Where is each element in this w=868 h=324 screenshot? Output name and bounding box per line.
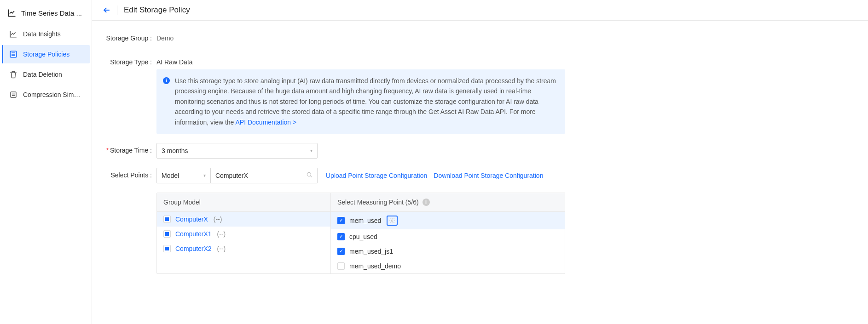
checkbox[interactable]: ✓ bbox=[337, 217, 345, 224]
storage-time-select[interactable]: 3 months ▾ bbox=[156, 143, 318, 159]
storage-type-label: Storage Type : bbox=[104, 55, 156, 69]
storage-time-value: 3 months bbox=[162, 147, 188, 154]
chart-line-icon bbox=[7, 8, 17, 17]
arrow-left-icon bbox=[102, 6, 111, 15]
sidebar-item-data-insights[interactable]: Data Insights bbox=[2, 25, 90, 43]
sidebar-header: Time Series Data ... bbox=[0, 4, 92, 24]
storage-type-value: AI Raw Data bbox=[156, 55, 565, 69]
point-name: mem_used_demo bbox=[349, 262, 401, 270]
storage-group-label: Storage Group : bbox=[104, 31, 156, 45]
info-icon: i bbox=[163, 77, 170, 84]
checkbox[interactable]: ✓ bbox=[337, 248, 345, 255]
point-config-links: Upload Point Storage Configuration Downl… bbox=[326, 168, 543, 183]
page-title: Edit Storage Policy bbox=[124, 6, 190, 15]
select-points-label: Select Points : bbox=[104, 168, 156, 182]
model-link[interactable]: ComputerX bbox=[175, 216, 208, 223]
model-link[interactable]: ComputerX2 bbox=[175, 245, 212, 252]
select-points-controls: Model ▾ bbox=[156, 168, 318, 183]
infobox-text: Use this storage type to store analog in… bbox=[175, 77, 556, 126]
sidebar-item-label: Data Deletion bbox=[23, 71, 62, 78]
sidebar-item-data-deletion[interactable]: Data Deletion bbox=[2, 65, 90, 84]
chevron-down-icon: ▾ bbox=[203, 173, 206, 178]
table-row-model[interactable]: ComputerX1 (--) bbox=[157, 227, 330, 241]
sidebar-item-storage-policies[interactable]: Storage Policies bbox=[2, 45, 90, 63]
sidebar: Time Series Data ... Data Insights Stora… bbox=[0, 0, 92, 324]
sidebar-item-compression-simul[interactable]: Compression Simul... bbox=[2, 85, 90, 104]
select-points-search[interactable] bbox=[211, 168, 318, 183]
model-suffix: (--) bbox=[217, 230, 226, 238]
list-icon bbox=[9, 50, 17, 58]
storage-time-label: *Storage Time : bbox=[104, 143, 156, 158]
table-head-group-model: Group Model bbox=[157, 193, 331, 211]
storage-type-infobox: i Use this storage type to store analog … bbox=[156, 69, 565, 134]
upload-point-config-link[interactable]: Upload Point Storage Configuration bbox=[326, 172, 427, 179]
point-name: mem_used bbox=[349, 217, 381, 224]
sidebar-title: Time Series Data ... bbox=[21, 9, 82, 17]
sidebar-item-label: Data Insights bbox=[23, 30, 61, 38]
svg-line-6 bbox=[311, 176, 312, 177]
table-row-point[interactable]: ✓mem_used_js1 bbox=[331, 244, 565, 259]
points-table: Group Model Select Measuring Point (5/6)… bbox=[156, 193, 565, 274]
checkbox[interactable]: ✓ bbox=[337, 233, 345, 240]
checkbox[interactable] bbox=[337, 262, 345, 270]
svg-rect-4 bbox=[11, 92, 16, 97]
compress-icon bbox=[9, 91, 17, 99]
sidebar-item-label: Storage Policies bbox=[23, 51, 69, 58]
checkbox[interactable] bbox=[163, 245, 171, 252]
checkbox[interactable] bbox=[163, 230, 171, 238]
help-icon[interactable]: i bbox=[422, 199, 430, 206]
table-row-point[interactable]: ✓mem_used bbox=[331, 212, 565, 229]
topbar: Edit Storage Policy bbox=[92, 0, 868, 21]
chart-line-icon bbox=[9, 30, 17, 38]
gear-icon[interactable] bbox=[387, 216, 398, 226]
svg-point-5 bbox=[307, 173, 311, 176]
download-point-config-link[interactable]: Download Point Storage Configuration bbox=[434, 172, 543, 179]
storage-group-value: Demo bbox=[156, 31, 174, 45]
content: Storage Group : Demo Storage Type : AI R… bbox=[92, 21, 868, 284]
table-head-measuring-point: Select Measuring Point (5/6) i bbox=[331, 193, 565, 211]
chevron-down-icon: ▾ bbox=[310, 148, 312, 153]
search-input[interactable] bbox=[215, 172, 306, 179]
point-name: mem_used_js1 bbox=[349, 248, 393, 255]
table-row-model[interactable]: ComputerX2 (--) bbox=[157, 241, 330, 256]
model-link[interactable]: ComputerX1 bbox=[175, 230, 212, 238]
table-row-point[interactable]: mem_used_demo bbox=[331, 259, 565, 273]
select-points-mode[interactable]: Model ▾ bbox=[156, 168, 211, 183]
model-suffix: (--) bbox=[217, 245, 226, 252]
main: Edit Storage Policy Storage Group : Demo… bbox=[92, 0, 868, 324]
back-button[interactable] bbox=[102, 6, 117, 15]
trash-icon bbox=[9, 70, 17, 79]
checkbox[interactable] bbox=[163, 216, 171, 223]
svg-point-7 bbox=[392, 220, 393, 222]
api-documentation-link[interactable]: API Documentation > bbox=[236, 119, 297, 126]
search-icon[interactable] bbox=[306, 171, 312, 179]
select-points-mode-value: Model bbox=[162, 172, 179, 179]
model-suffix: (--) bbox=[214, 216, 222, 223]
sidebar-item-label: Compression Simul... bbox=[23, 91, 82, 98]
table-row-point[interactable]: ✓cpu_used bbox=[331, 229, 565, 244]
point-name: cpu_used bbox=[349, 233, 377, 240]
table-row-model[interactable]: ComputerX (--) bbox=[157, 212, 330, 227]
